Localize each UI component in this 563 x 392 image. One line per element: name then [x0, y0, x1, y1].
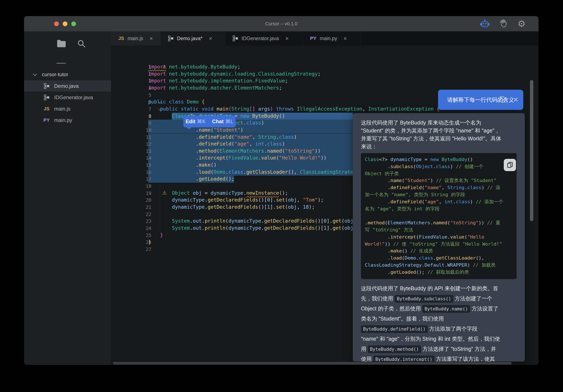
response-text-line: 来说：	[361, 142, 518, 151]
java-file-icon	[44, 94, 49, 101]
response-text-line: "Student" 的类，并为其添加了两个字段 "name" 和 "age"，	[361, 127, 518, 135]
horizontal-scrollbar[interactable]	[113, 362, 512, 365]
response-code-block: Class<?> dynamicType = new ByteBuddy() .…	[361, 153, 517, 279]
response-text-line: "name" 和 "age"，分别为 String 和 int 类型。然后，我们…	[361, 334, 518, 344]
chat-label: Chat	[212, 118, 224, 125]
code-line[interactable]: import net.bytebuddy.dynamic.loading.Cla…	[148, 71, 320, 77]
close-tab-icon[interactable]: ×	[344, 35, 347, 42]
code-line[interactable]: public class Demo {	[148, 99, 205, 104]
code-line[interactable]: .defineField("age", int.class)	[148, 141, 285, 147]
response-text-line: 先，我们使用 ByteBuddy.subclass() 方法创建了一个	[361, 293, 518, 303]
code-line[interactable]: System.out.println(dynamicType.getDeclar…	[148, 225, 362, 231]
sidebar-item-main.js[interactable]: JSmain.js	[24, 103, 111, 114]
line-number[interactable]: 5	[136, 92, 151, 98]
inline-code-chip: ByteBuddy.method()	[368, 345, 421, 353]
edit-chat-tooltip: Edit ⌘K Chat ⌘L	[183, 116, 236, 127]
code-line[interactable]: .make()	[148, 162, 217, 168]
tab-label: main.py	[320, 36, 337, 41]
code-line[interactable]: .method(ElementMatchers.named("toString"…	[148, 148, 320, 154]
tab-main.js[interactable]: JSmain.js×	[111, 31, 161, 46]
code-block-line: Class<?> dynamicType = new ByteBuddy()	[365, 156, 517, 163]
line-number[interactable]: 22	[136, 212, 151, 217]
tab-label: IDGenerator.java	[242, 36, 279, 41]
file-name: main.py	[54, 117, 72, 123]
inline-code-chip: ByteBuddy.defineField()	[361, 325, 428, 333]
code-line[interactable]: .intercept(FixedValue.value("Hello World…	[148, 155, 327, 161]
code-line[interactable]: .defineField("name", String.class)	[148, 134, 297, 140]
code-line[interactable]: System.out.println(dynamicType.getDeclar…	[148, 218, 362, 224]
sidebar-item-main.py[interactable]: PYmain.py	[24, 114, 111, 126]
code-line[interactable]: dynamicType.getDeclaredFields()[1].set(o…	[148, 204, 315, 210]
sidebar-item-IDGenerator.java[interactable]: IDGenerator.java	[24, 92, 111, 103]
tab-IDGenerator.java[interactable]: IDGenerator.java×	[225, 31, 303, 46]
explorer-active-indicator	[56, 63, 66, 63]
response-text-line: 类名为 "Student"。接着，我们使用	[361, 314, 518, 324]
history-icon[interactable]	[499, 96, 506, 104]
robot-icon[interactable]	[480, 20, 490, 28]
ai-response-panel: 这段代码使用了 ByteBuddy 库来动态生成一个名为"Student" 的类…	[353, 113, 525, 362]
code-block-line: .defineField("age", int.class) // 添加一个	[365, 198, 517, 205]
code-line[interactable]: .name("Student")	[148, 127, 243, 133]
code-line[interactable]: .getLoaded();	[148, 176, 234, 182]
code-line[interactable]: }	[148, 239, 151, 245]
close-tab-icon[interactable]: ×	[209, 35, 212, 42]
response-text-line: 这段代码使用了 ByteBuddy 的 API 来创建一个新的类。首	[361, 283, 518, 293]
search-icon[interactable]	[77, 39, 86, 48]
code-block-line: 写 "toString" 方法	[365, 227, 517, 234]
sidebar: cursor-tutor Demo.javaIDGenerator.javaJS…	[24, 31, 111, 365]
code-block-line	[365, 212, 517, 219]
vertical-scrollbar[interactable]	[530, 80, 533, 221]
java-file-icon	[44, 83, 49, 89]
tab-label: Demo.java	[177, 36, 201, 41]
sidebar-item-Demo.java[interactable]: Demo.java	[24, 80, 111, 92]
line-number[interactable]: 27	[136, 247, 151, 252]
code-line[interactable]: Object obj = dynamicType.newInstance();	[148, 190, 288, 196]
java-file-icon	[232, 35, 238, 41]
inline-code-chip: ByteBuddy.intercept()	[373, 355, 435, 362]
code-line[interactable]: import net.bytebuddy.matcher.ElementMatc…	[148, 85, 282, 91]
settings-gear-icon[interactable]: ⚙	[517, 19, 526, 28]
code-line[interactable]: public static void main(String[] args) t…	[148, 106, 439, 112]
code-line[interactable]: dynamicType.getDeclaredFields()[0].set(o…	[148, 197, 324, 203]
java-file-icon	[168, 35, 174, 41]
edit-command-button[interactable]: Edit ⌘K	[186, 118, 205, 125]
explorer-folder-icon[interactable]	[57, 39, 66, 48]
code-block-line: World!")) // 使 "toString" 方法返回 "Hello Wo…	[365, 241, 517, 248]
chat-command-button[interactable]: Chat ⌘L	[212, 118, 233, 125]
code-block-line: .getLoaded(); // 获取加载后的类	[365, 269, 517, 276]
javascript-file-icon: JS	[118, 36, 124, 41]
cursor-window: Cursor – v0.1.0	[24, 16, 538, 365]
code-block-line: .name("Student") // 设置类名为 "Student"	[365, 177, 517, 184]
code-block-line: .method(ElementMatchers.named("toString"…	[365, 219, 517, 227]
close-icon[interactable]: ✕	[512, 96, 520, 104]
line-number[interactable]: 18	[136, 184, 151, 189]
tab-label: main.js	[128, 36, 143, 41]
response-body: 这段代码使用了 ByteBuddy 的 API 来创建一个新的类。首先，我们使用…	[361, 283, 518, 362]
code-block-line: .subclass(Object.class) // 创建一个	[365, 163, 517, 170]
wave-hand-icon[interactable]	[499, 19, 508, 28]
code-block-line: .defineField("name", String.class) // 添	[365, 184, 517, 191]
edit-shortcut: ⌘K	[197, 118, 206, 125]
code-block-line: 名为 "age", 类型为 int 的字段	[365, 205, 517, 213]
window-title: Cursor – v0.1.0	[24, 16, 538, 31]
code-line[interactable]: }	[148, 232, 163, 238]
javascript-file-icon: JS	[44, 106, 50, 112]
tab-Demo.java[interactable]: Demo.java *×	[161, 31, 225, 46]
close-tab-icon[interactable]: ×	[150, 35, 153, 42]
screen: Cursor – v0.1.0	[0, 0, 563, 392]
root-folder-label: cursor-tutor	[42, 72, 68, 77]
python-file-icon: PY	[43, 117, 50, 123]
file-name: IDGenerator.java	[54, 94, 93, 101]
response-text-line: Object 的子类，然后使用 ByteBuddy.name() 方法设置了	[361, 303, 518, 314]
code-block-line: Object 的子类	[365, 170, 517, 177]
code-line[interactable]: import net.bytebuddy.ByteBuddy;	[148, 64, 240, 70]
copy-code-button[interactable]	[504, 159, 516, 171]
close-tab-icon[interactable]: ×	[285, 35, 289, 42]
python-file-icon: PY	[310, 36, 316, 41]
tab-main.py[interactable]: PYmain.py×	[303, 31, 361, 46]
code-line[interactable]: import net.bytebuddy.implementation.Fixe…	[148, 78, 288, 84]
code-block-line: .intercept(FixedValue.value("Hello	[365, 234, 517, 241]
sidebar-root-folder[interactable]: cursor-tutor	[24, 70, 111, 79]
code-block-line: 加一个名为 "name", 类型为 String 的字段	[365, 191, 517, 198]
response-text-line: 并重写了其 "toString" 方法，使其返回 "Hello World!"。…	[361, 135, 518, 142]
